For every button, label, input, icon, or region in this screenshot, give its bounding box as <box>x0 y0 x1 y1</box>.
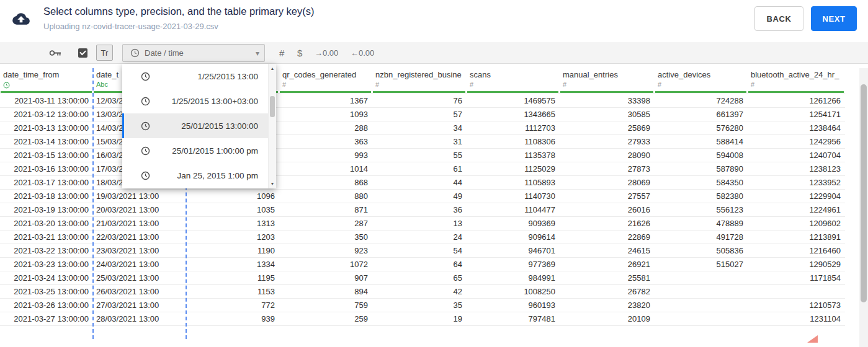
table-cell: 1229904 <box>748 190 845 203</box>
table-cell: 582380 <box>655 190 748 203</box>
table-cell: 22/03/2021 13:00 <box>93 231 186 244</box>
table-cell: 2021-03-25 13:00:00 <box>0 285 93 298</box>
clock-icon <box>141 95 150 107</box>
boolean-type-checkbox[interactable] <box>78 48 87 58</box>
column-header-manual_entries[interactable]: manual_entries# <box>560 68 655 94</box>
table-cell: 36 <box>372 203 467 216</box>
format-option[interactable]: 1/25/2015 13:00 <box>122 64 268 89</box>
clock-icon <box>141 120 150 131</box>
currency-type-button[interactable]: $ <box>297 42 302 64</box>
column-type-label: # <box>372 80 467 89</box>
table-cell: 1112703 <box>467 121 560 134</box>
table-cell: 2021-03-20 13:00:00 <box>0 217 93 230</box>
back-button[interactable]: BACK <box>754 6 803 31</box>
table-cell <box>655 299 748 312</box>
table-cell: 34 <box>372 121 467 134</box>
dropdown-scrollbar[interactable]: ▲ ▼ <box>268 64 276 188</box>
column-quality-bar <box>280 91 371 93</box>
table-cell: 363 <box>279 135 372 148</box>
column-header-scans[interactable]: scans# <box>467 68 560 94</box>
table-cell: 939 <box>186 312 279 325</box>
column-quality-bar <box>748 91 844 93</box>
table-cell: 25/03/2021 13:00 <box>93 271 186 284</box>
format-option[interactable]: 25/01/2015 1:00:00 pm <box>122 138 268 163</box>
next-button[interactable]: NEXT <box>811 6 857 31</box>
table-scrollbar-thumb[interactable] <box>861 84 867 302</box>
column-header-nzbn_registered_busine[interactable]: nzbn_registered_busine# <box>372 68 467 94</box>
table-cell: 2021-03-21 13:00:00 <box>0 231 93 244</box>
table-row: 2021-03-24 13:00:0025/03/2021 13:0011959… <box>0 271 845 285</box>
table-cell: 977369 <box>467 258 560 271</box>
table-cell: 576280 <box>655 121 748 134</box>
table-cell: 28069 <box>560 176 655 189</box>
table-cell: 1334 <box>186 258 279 271</box>
table-cell: 28/03/2021 13:00 <box>93 312 186 325</box>
scroll-down-icon[interactable]: ▼ <box>269 182 276 186</box>
column-header-bluetooth_active_24_hr_[interactable]: bluetooth_active_24_hr_# <box>748 68 845 94</box>
table-row: 2021-03-27 13:00:0028/03/2021 13:0093925… <box>0 312 845 326</box>
table-cell: 2021-03-13 13:00:00 <box>0 121 93 134</box>
table-cell: 724288 <box>655 94 748 107</box>
scroll-up-icon[interactable]: ▲ <box>269 66 276 71</box>
dropdown-scrollbar-thumb[interactable] <box>270 96 275 117</box>
selected-column-left-boundary <box>92 68 94 339</box>
column-type-label: # <box>655 80 748 89</box>
increase-decimals-button[interactable]: →0.00 <box>315 42 338 64</box>
table-cell: 1216460 <box>748 244 845 257</box>
table-cell: 24 <box>372 231 467 244</box>
table-cell: 661397 <box>655 108 748 121</box>
datetime-format-select[interactable]: Date / time ▾ <box>122 44 265 62</box>
column-header-qr_codes_generated[interactable]: qr_codes_generated# <box>279 68 372 94</box>
table-cell: 1209602 <box>748 217 845 230</box>
table-cell: 894 <box>279 285 372 298</box>
table-cell: 1290529 <box>748 258 845 271</box>
column-quality-bar <box>655 91 746 93</box>
table-cell: 907 <box>279 271 372 284</box>
integer-type-button[interactable]: # <box>279 42 284 64</box>
table-cell: 23820 <box>560 299 655 312</box>
table-cell: 27873 <box>560 162 655 175</box>
table-cell: 1135378 <box>467 149 560 162</box>
table-vertical-scrollbar[interactable] <box>859 68 868 347</box>
decrease-decimals-button[interactable]: ←0.00 <box>351 42 374 64</box>
table-cell: 31 <box>372 135 467 148</box>
table-cell: 1210573 <box>748 299 845 312</box>
table-cell: 478889 <box>655 217 748 230</box>
column-type-clock-icon <box>0 80 93 89</box>
primary-key-button[interactable] <box>49 48 61 60</box>
table-cell: 65 <box>372 271 467 284</box>
format-option-label: 25/01/2015 13:00:00 <box>150 121 268 131</box>
table-cell: 2021-03-24 13:00:00 <box>0 271 93 284</box>
table-cell: 35 <box>372 299 467 312</box>
table-cell: 24615 <box>560 244 655 257</box>
table-cell: 259 <box>279 312 372 325</box>
table-cell: 1125029 <box>467 162 560 175</box>
format-option[interactable]: 25/01/2015 13:00:00 <box>122 113 268 138</box>
table-cell: 27/03/2021 13:00 <box>93 299 186 312</box>
column-header-date_time_from[interactable]: date_time_from <box>0 68 93 94</box>
table-cell: 1313 <box>186 217 279 230</box>
clock-icon <box>130 48 140 58</box>
table-cell: 1203 <box>186 231 279 244</box>
column-name: scans <box>467 68 560 79</box>
table-row: 2021-03-20 13:00:0021/03/2021 13:0013132… <box>0 217 845 231</box>
table-cell: 993 <box>279 149 372 162</box>
column-name: date_time_from <box>0 68 93 79</box>
table-cell: 2021-03-27 13:00:00 <box>0 312 93 325</box>
column-header-active_devices[interactable]: active_devices# <box>655 68 748 94</box>
table-cell: 1035 <box>186 203 279 216</box>
table-cell: 1105893 <box>467 176 560 189</box>
text-type-button[interactable]: Tr <box>96 45 113 61</box>
format-option[interactable]: Jan 25, 2015 1:00 pm <box>122 163 268 188</box>
column-type-toolbar: Tr Date / time ▾ # $ →0.00 ←0.00 <box>0 42 868 64</box>
table-cell: 584350 <box>655 176 748 189</box>
chevron-down-icon: ▾ <box>256 49 259 58</box>
table-cell: 1093 <box>279 108 372 121</box>
column-name: nzbn_registered_busine <box>372 68 467 79</box>
key-icon <box>49 48 61 58</box>
column-type-label: # <box>467 80 560 89</box>
table-cell: 44 <box>372 176 467 189</box>
table-cell: 1104477 <box>467 203 560 216</box>
column-quality-bar <box>1 91 92 93</box>
format-option[interactable]: 1/25/2015 13:00+03:00 <box>122 89 268 113</box>
